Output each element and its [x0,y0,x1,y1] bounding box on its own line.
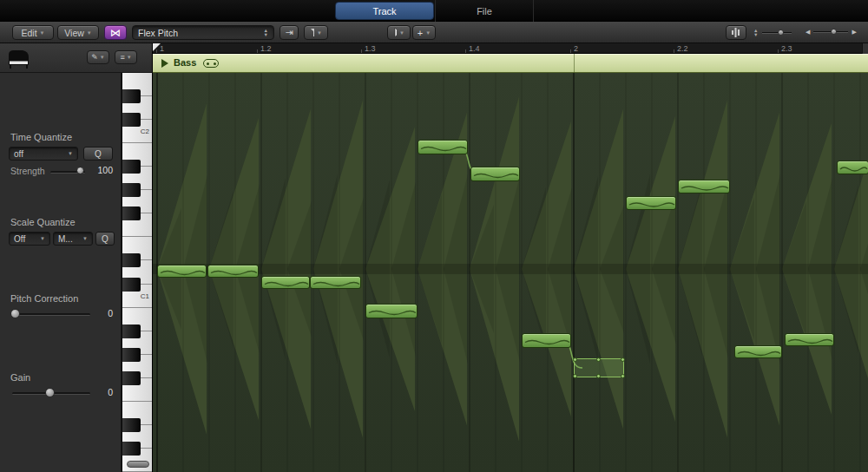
arrow-right-icon: ▶ [852,29,856,35]
piano-key-cs0[interactable] [122,442,141,456]
ruler-tick-label: 2 [574,44,578,53]
flex-pitch-note[interactable] [470,167,520,181]
gain-slider-thumb[interactable] [45,388,55,397]
ruler-tick-label: 1.2 [260,44,272,53]
flex-pitch-note[interactable] [522,333,571,348]
scale-type-select[interactable]: M...▼ [53,232,93,246]
vertical-zoom-slider[interactable] [762,32,792,34]
flex-mode-select[interactable]: Flex Pitch ▲▼ [132,25,274,40]
piano-key-as0[interactable] [122,324,141,338]
horizontal-zoom-slider[interactable] [813,31,848,33]
flex-mode-label: Flex Pitch [138,28,178,38]
stepper-arrows-icon: ▲▼ [264,29,268,37]
tab-track[interactable]: Track [335,2,434,20]
edit-menu-label: Edit [21,28,36,38]
inspector-header: ✎▼ ≡▼ [0,43,153,73]
vertical-zoom-arrows-icon: ▲▼ [753,29,758,37]
ruler-tick-label: 2.2 [677,44,688,53]
flex-pitch-note[interactable] [626,196,676,210]
ruler-tick [778,49,779,53]
flex-pitch-note[interactable] [157,265,207,278]
chevron-down-icon: ▼ [68,151,73,156]
edit-menu-button[interactable]: Edit▼ [12,25,54,40]
piano-key-cs1[interactable] [122,278,141,292]
popup-button-a[interactable]: ✎▼ [87,50,109,64]
flex-icon: ⋈ [110,27,121,39]
strength-slider-thumb[interactable] [76,167,84,174]
editor-tabs: Track File [334,0,534,22]
note-edit-handle[interactable] [621,374,625,378]
time-quantize-q-button[interactable]: Q [83,147,113,161]
flex-pitch-note[interactable] [365,304,418,318]
horizontal-zoom-control[interactable]: ◀ ▶ [806,29,857,35]
chevron-down-icon: ▼ [399,30,404,36]
vertical-zoom-thumb[interactable] [778,30,784,36]
note-edit-handle[interactable] [573,357,577,362]
flex-pitch-note[interactable] [261,276,310,289]
view-menu-button[interactable]: View▼ [57,25,99,40]
flex-pitch-canvas[interactable] [153,73,868,472]
flex-pitch-note[interactable] [207,265,259,278]
ruler-tick-label: 1.3 [365,44,376,53]
snap-menu-button[interactable]: ▼ [304,25,328,40]
chevron-down-icon: ▼ [40,236,45,241]
strength-value: 100 [97,165,113,175]
time-quantize-select[interactable]: off▼ [9,147,78,161]
catch-playhead-button[interactable]: ⇥ [279,25,299,40]
flex-pitch-note[interactable] [785,333,834,346]
flex-pitch-note[interactable] [734,345,782,358]
piano-key-ds1[interactable] [122,253,141,267]
piano-key-ds2[interactable] [122,89,141,103]
piano-key-fs1[interactable] [122,206,141,220]
piano-key-gs1[interactable] [122,183,141,197]
playhead-marker[interactable] [153,43,161,51]
flex-pitch-note[interactable] [837,161,868,174]
pointer-cursor-icon [393,27,397,38]
editor-tab-bar: Track File [0,0,868,22]
bar-divider [574,54,575,73]
ruler-tick [465,49,466,53]
editor-toolbar: Edit▼ View▼ ⋈ Flex Pitch ▲▼ ⇥ ▼ ▼ + ▼ [0,22,868,43]
list-icon: ≡ [120,53,124,62]
horizontal-zoom-thumb[interactable] [831,29,837,35]
piano-scrollbar-thumb[interactable] [127,461,149,468]
scale-root-select[interactable]: Off▼ [9,232,50,246]
waveform-zoom-button[interactable] [726,25,746,40]
pitch-correction-label: Pitch Correction [10,293,78,304]
scale-quantize-label: Scale Quantize [10,217,76,227]
chevron-down-icon: ▼ [317,30,322,36]
flex-pitch-note-selected[interactable] [574,358,624,377]
flex-toggle-button[interactable]: ⋈ [104,25,127,40]
piano-key-cs2[interactable] [122,113,141,127]
piano-key-as1[interactable] [122,160,141,174]
catch-icon: ⇥ [285,27,293,38]
secondary-tool-button[interactable]: + ▼ [412,25,436,40]
scale-root-value: Off [14,234,25,244]
flex-pitch-note[interactable] [678,180,730,193]
notes-layer [153,73,868,472]
vertical-zoom-control[interactable]: ▲▼ [753,29,792,37]
note-edit-handle[interactable] [596,374,601,378]
piano-key-fs0[interactable] [122,371,141,385]
beat-ruler[interactable]: 11.21.31.422.22.3 [153,43,868,54]
gain-label: Gain [10,372,30,383]
flex-pitch-note[interactable] [310,276,361,289]
crosshair-icon: + [418,28,423,38]
scale-quantize-q-button[interactable]: Q [95,232,115,246]
pointer-tool-button[interactable]: ▼ [387,25,411,40]
audio-region-header[interactable]: Bass [153,54,868,73]
play-icon [161,59,168,68]
note-edit-handle[interactable] [573,374,577,378]
pitch-correction-slider[interactable] [12,313,90,316]
flex-pitch-note[interactable] [418,140,468,154]
instrument-icon [6,47,30,73]
gain-value: 0 [108,387,113,397]
note-edit-handle[interactable] [596,357,601,362]
piano-key-gs0[interactable] [122,348,141,362]
pitch-correction-thumb[interactable] [10,309,20,318]
popup-button-b[interactable]: ≡▼ [115,50,137,64]
piano-key-ds0[interactable] [122,418,141,432]
chevron-down-icon: ▼ [87,30,92,36]
tab-file[interactable]: File [435,0,534,22]
note-edit-handle[interactable] [621,357,625,362]
